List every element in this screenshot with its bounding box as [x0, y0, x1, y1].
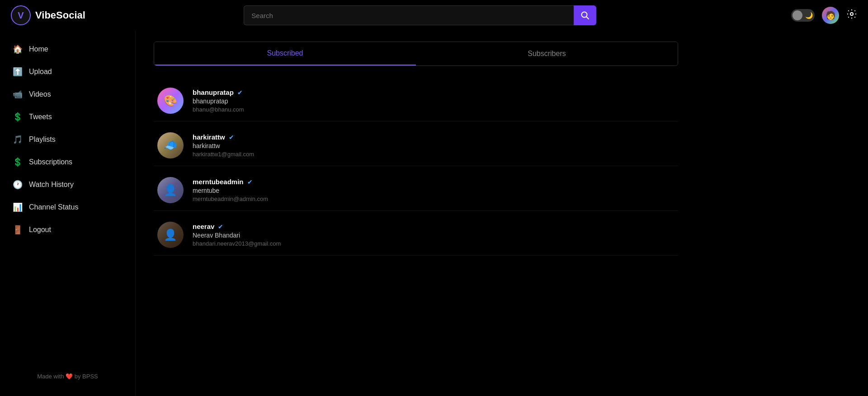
- channel-email: harkirattw1@gmail.com: [193, 151, 254, 158]
- app-name: VibeSocial: [35, 9, 85, 21]
- main-content: Subscribed Subscribers 🎨 bhanupratap ✔ b…: [136, 31, 868, 396]
- channel-username: merntubeadmin: [193, 178, 244, 186]
- channel-list: 🎨 bhanupratap ✔ bhanupratap bhanu@bhanu.…: [154, 80, 850, 256]
- channel-email: bhandari.neerav2013@gmail.com: [193, 240, 281, 247]
- sidebar-label-subscriptions: Subscriptions: [29, 158, 72, 166]
- sidebar-item-playlists[interactable]: 🎵 Playlists: [0, 128, 135, 151]
- theme-toggle[interactable]: [791, 9, 815, 22]
- sidebar-item-home[interactable]: 🏠 Home: [0, 38, 135, 61]
- sidebar-item-watch-history[interactable]: 🕐 Watch History: [0, 173, 135, 196]
- subscriptions-icon: 💲: [13, 157, 23, 167]
- sidebar-label-home: Home: [29, 45, 48, 53]
- list-item: 🧢 harkirattw ✔ harkirattw harkirattw1@gm…: [154, 125, 678, 166]
- search-input[interactable]: [244, 5, 574, 25]
- sidebar-item-tweets[interactable]: 💲 Tweets: [0, 106, 135, 128]
- list-item: 👤 merntubeadmin ✔ merntube merntubeadmin…: [154, 170, 678, 211]
- verified-icon: ✔: [218, 223, 223, 230]
- heart-icon: ❤️: [66, 373, 73, 380]
- sidebar-label-playlists: Playlists: [29, 135, 56, 144]
- tab-subscribed[interactable]: Subscribed: [154, 42, 416, 65]
- channel-displayname: Neerav Bhandari: [193, 232, 281, 239]
- channel-status-icon: 📊: [13, 202, 23, 212]
- logo-area: V VibeSocial: [11, 5, 146, 25]
- sidebar-item-channel-status[interactable]: 📊 Channel Status: [0, 196, 135, 219]
- user-avatar[interactable]: 🧑: [822, 7, 839, 24]
- channel-username: bhanupratap: [193, 89, 234, 96]
- videos-icon: 📹: [13, 89, 23, 99]
- channel-info: bhanupratap ✔ bhanupratap bhanu@bhanu.co…: [193, 89, 244, 113]
- channel-displayname: harkirattw: [193, 142, 254, 149]
- verified-icon: ✔: [247, 178, 253, 186]
- sidebar-label-logout: Logout: [29, 226, 51, 234]
- tab-subscribers[interactable]: Subscribers: [416, 42, 678, 65]
- channel-info: neerav ✔ Neerav Bhandari bhandari.neerav…: [193, 223, 281, 247]
- channel-info: harkirattw ✔ harkirattw harkirattw1@gmai…: [193, 133, 254, 158]
- upload-icon: ⬆️: [13, 67, 23, 77]
- settings-button[interactable]: [846, 9, 857, 22]
- watch-history-icon: 🕐: [13, 180, 23, 190]
- playlists-icon: 🎵: [13, 135, 23, 144]
- search-button[interactable]: [574, 5, 596, 25]
- logo-icon: V: [11, 5, 31, 25]
- sidebar-label-upload: Upload: [29, 68, 52, 76]
- username-row: harkirattw ✔: [193, 133, 254, 141]
- sidebar-label-channel-status: Channel Status: [29, 203, 78, 211]
- username-row: bhanupratap ✔: [193, 89, 244, 96]
- tweets-icon: 💲: [13, 112, 23, 122]
- sidebar: 🏠 Home ⬆️ Upload 📹 Videos 💲 Tweets 🎵 Pla…: [0, 31, 136, 396]
- layout: 🏠 Home ⬆️ Upload 📹 Videos 💲 Tweets 🎵 Pla…: [0, 31, 868, 396]
- gear-icon: [846, 9, 857, 19]
- home-icon: 🏠: [13, 44, 23, 54]
- svg-point-4: [850, 13, 853, 15]
- channel-displayname: merntube: [193, 187, 268, 194]
- sidebar-label-watch-history: Watch History: [29, 181, 74, 189]
- list-item: 🎨 bhanupratap ✔ bhanupratap bhanu@bhanu.…: [154, 80, 678, 121]
- search-area: [244, 5, 596, 25]
- avatar: 🎨: [157, 88, 184, 114]
- avatar: 👤: [157, 177, 184, 203]
- svg-line-3: [586, 17, 589, 19]
- sidebar-item-upload[interactable]: ⬆️ Upload: [0, 61, 135, 83]
- channel-username: harkirattw: [193, 133, 225, 141]
- tabs: Subscribed Subscribers: [154, 42, 678, 66]
- sidebar-item-logout[interactable]: 🚪 Logout: [0, 219, 135, 241]
- header-right: 🧑: [791, 7, 857, 24]
- verified-icon: ✔: [237, 89, 243, 96]
- logout-icon: 🚪: [13, 225, 23, 235]
- avatar: 👤: [157, 222, 184, 248]
- channel-email: bhanu@bhanu.com: [193, 106, 244, 113]
- sidebar-item-subscriptions[interactable]: 💲 Subscriptions: [0, 151, 135, 173]
- sidebar-label-videos: Videos: [29, 90, 51, 98]
- username-row: neerav ✔: [193, 223, 281, 230]
- username-row: merntubeadmin ✔: [193, 178, 268, 186]
- sidebar-nav: 🏠 Home ⬆️ Upload 📹 Videos 💲 Tweets 🎵 Pla…: [0, 38, 135, 241]
- header: V VibeSocial 🧑: [0, 0, 868, 31]
- sidebar-label-tweets: Tweets: [29, 113, 52, 121]
- channel-email: merntubeadmin@admin.com: [193, 196, 268, 202]
- search-icon: [581, 11, 589, 19]
- channel-info: merntubeadmin ✔ merntube merntubeadmin@a…: [193, 178, 268, 202]
- sidebar-footer: Made with ❤️ by BPSS: [0, 364, 135, 389]
- toggle-knob: [793, 10, 802, 20]
- svg-text:V: V: [18, 10, 24, 20]
- avatar: 🧢: [157, 132, 184, 158]
- channel-username: neerav: [193, 223, 214, 230]
- list-item: 👤 neerav ✔ Neerav Bhandari bhandari.neer…: [154, 214, 678, 256]
- sidebar-item-videos[interactable]: 📹 Videos: [0, 83, 135, 106]
- verified-icon: ✔: [229, 134, 234, 141]
- channel-displayname: bhanupratap: [193, 98, 244, 105]
